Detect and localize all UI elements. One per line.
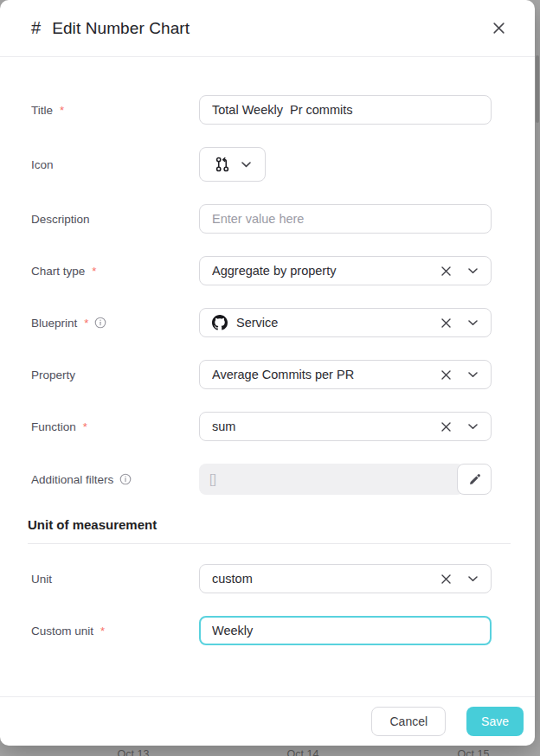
unit-value: custom [212,572,439,586]
required-mark: * [84,317,88,330]
additional-filters-input: [] [199,464,464,495]
modal-header: # Edit Number Chart [0,0,535,57]
pencil-icon [468,473,481,486]
chevron-down-icon [241,162,251,168]
modal-title-group: # Edit Number Chart [31,18,190,38]
field-row-description: Description [31,204,492,234]
property-value: Average Commits per PR [212,368,439,381]
field-row-chart-type: Chart type* Aggregate by property [31,256,492,285]
cancel-button[interactable]: Cancel [371,707,446,736]
required-mark: * [60,104,64,117]
function-value: sum [212,420,439,433]
backdrop-axis-label: Oct 14 [287,748,319,756]
save-button[interactable]: Save [466,707,524,736]
blueprint-label: Blueprint* [31,317,199,330]
title-input[interactable] [199,95,492,125]
backdrop-axis-label: Oct 15 [458,748,490,756]
blueprint-value: Service [212,315,439,330]
clear-icon[interactable] [439,572,453,586]
custom-unit-input[interactable] [199,616,492,645]
description-input[interactable] [199,204,492,234]
required-mark: * [92,265,96,278]
page-scrollbar [536,55,539,123]
info-icon[interactable] [119,473,132,485]
field-row-custom-unit: Custom unit* [31,616,492,645]
clear-icon[interactable] [439,420,453,434]
description-label: Description [31,213,199,226]
unit-label: Unit [31,573,199,586]
field-row-additional-filters: Additional filters [] [31,464,492,495]
clear-icon[interactable] [439,264,453,279]
clear-icon[interactable] [439,316,453,330]
edit-number-chart-modal: # Edit Number Chart Title* Icon [0,0,535,746]
modal-footer: Cancel Save [0,696,535,746]
clear-icon[interactable] [439,368,453,382]
unit-section-title: Unit of measurement [28,517,492,532]
required-mark: * [100,625,105,637]
git-pull-request-icon [215,157,230,172]
hash-icon: # [31,18,41,38]
backdrop-axis-label: Oct 13 [118,748,150,756]
function-label: Function* [31,420,199,433]
chevron-down-icon[interactable] [466,266,479,276]
icon-select[interactable] [199,147,266,182]
unit-select[interactable]: custom [199,564,492,593]
chart-type-label: Chart type* [31,265,199,278]
section-divider [28,543,511,544]
chevron-down-icon[interactable] [466,574,479,584]
chevron-down-icon[interactable] [466,318,479,328]
required-mark: * [83,420,87,433]
field-row-icon: Icon [31,147,492,182]
edit-filters-button[interactable] [457,464,492,495]
title-label: Title* [31,104,199,117]
custom-unit-label: Custom unit* [31,625,199,637]
icon-label: Icon [31,158,199,171]
field-row-unit: Unit custom [31,564,492,593]
property-select[interactable]: Average Commits per PR [199,360,492,389]
github-icon [212,315,228,330]
field-row-property: Property Average Commits per PR [31,360,492,389]
field-row-blueprint: Blueprint* Service [31,308,492,337]
chevron-down-icon[interactable] [466,422,479,432]
chart-type-value: Aggregate by property [212,264,439,278]
field-row-function: Function* sum [31,412,492,441]
close-icon[interactable] [489,18,509,38]
chart-type-select[interactable]: Aggregate by property [199,256,492,285]
info-icon[interactable] [94,317,106,329]
field-row-title: Title* [31,95,492,125]
blueprint-select[interactable]: Service [199,308,492,337]
additional-filters-label: Additional filters [31,473,199,486]
property-label: Property [31,368,199,381]
chevron-down-icon[interactable] [466,370,479,380]
modal-title: Edit Number Chart [52,19,190,38]
function-select[interactable]: sum [199,412,492,441]
modal-body: Title* Icon [0,57,535,696]
